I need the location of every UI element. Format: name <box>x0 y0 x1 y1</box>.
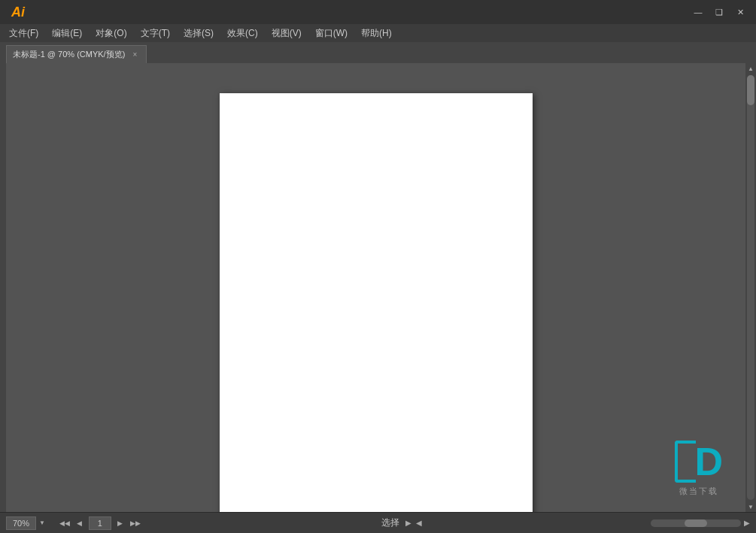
scroll-track-horizontal[interactable] <box>651 519 741 527</box>
vertical-scrollbar[interactable]: ▲ ▼ <box>745 63 756 512</box>
window-controls: — ❑ ✕ <box>688 5 750 20</box>
current-tool-label: 选择 <box>381 516 399 529</box>
close-button[interactable]: ✕ <box>730 5 750 20</box>
watermark-text: 微当下载 <box>679 486 718 497</box>
scroll-left-icon[interactable]: ◀ <box>416 519 422 527</box>
maximize-button[interactable]: ❑ <box>709 5 729 20</box>
menu-help[interactable]: 帮助(H) <box>355 25 398 41</box>
page-number-input[interactable] <box>89 516 111 530</box>
canvas-area[interactable]: D 微当下载 <box>6 63 745 512</box>
tab-close-button[interactable]: × <box>129 50 140 60</box>
watermark-d-letter: D <box>694 442 723 481</box>
watermark-logo: D <box>675 441 723 483</box>
minimize-button[interactable]: — <box>688 5 708 20</box>
menu-file[interactable]: 文件(F) <box>3 25 44 41</box>
scroll-track-vertical[interactable] <box>747 75 754 500</box>
zoom-dropdown-icon[interactable]: ▼ <box>38 519 47 526</box>
menu-select[interactable]: 选择(S) <box>178 25 220 41</box>
menu-text[interactable]: 文字(T) <box>135 25 176 41</box>
scroll-down-arrow[interactable]: ▼ <box>745 501 756 512</box>
tab-bar: 未标题-1 @ 70% (CMYK/预览) × <box>0 42 756 63</box>
scroll-up-arrow[interactable]: ▲ <box>745 63 756 74</box>
menu-view[interactable]: 视图(V) <box>266 25 308 41</box>
status-bar: ▼ ◀◀ ◀ ▶ ▶▶ 选择 ▶ ◀ ▶ <box>0 512 756 533</box>
document-tab[interactable]: 未标题-1 @ 70% (CMYK/预览) × <box>6 45 147 63</box>
watermark-bracket <box>675 441 696 483</box>
nav-first-button[interactable]: ◀◀ <box>59 517 71 529</box>
expand-icon[interactable]: ▶ <box>744 519 750 527</box>
page-navigation: ◀◀ ◀ ▶ ▶▶ <box>59 516 141 530</box>
nav-next-button[interactable]: ▶ <box>114 517 126 529</box>
play-icon[interactable]: ▶ <box>405 519 411 527</box>
zoom-control: ▼ <box>6 516 47 530</box>
menu-effect[interactable]: 效果(C) <box>221 25 264 41</box>
menu-bar: 文件(F) 编辑(E) 对象(O) 文字(T) 选择(S) 效果(C) 视图(V… <box>0 24 756 42</box>
menu-object[interactable]: 对象(O) <box>90 25 132 41</box>
horizontal-scrollbar[interactable]: ▶ <box>651 519 750 527</box>
scroll-thumb-vertical[interactable] <box>747 75 754 105</box>
tab-label: 未标题-1 @ 70% (CMYK/预览) <box>13 49 125 60</box>
menu-edit[interactable]: 编辑(E) <box>46 25 88 41</box>
left-panel <box>0 63 6 512</box>
zoom-input[interactable] <box>6 516 36 530</box>
app-logo: Ai <box>6 0 30 24</box>
scroll-thumb-horizontal[interactable] <box>685 519 707 527</box>
menu-window[interactable]: 窗口(W) <box>309 25 354 41</box>
artboard <box>220 93 533 512</box>
nav-prev-button[interactable]: ◀ <box>74 517 86 529</box>
title-bar: Ai — ❑ ✕ <box>0 0 756 24</box>
tool-status: 选择 ▶ ◀ <box>153 516 651 529</box>
main-area: D 微当下载 ▲ ▼ <box>0 63 756 512</box>
watermark: D 微当下载 <box>675 441 723 497</box>
nav-last-button[interactable]: ▶▶ <box>129 517 141 529</box>
